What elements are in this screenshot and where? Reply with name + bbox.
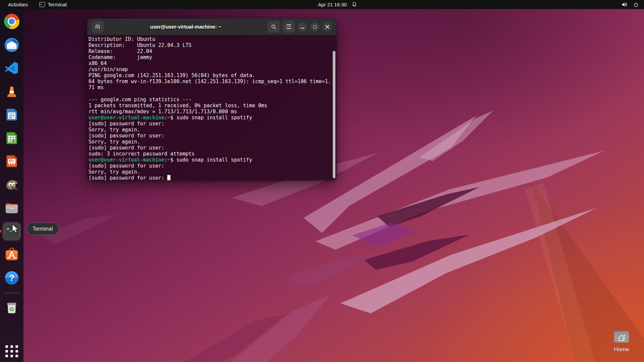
chrome-icon bbox=[4, 14, 19, 29]
terminal-line: Sorry, try again. bbox=[89, 139, 333, 145]
terminal-line: Codename: jammy bbox=[89, 54, 333, 60]
new-tab-icon bbox=[94, 23, 101, 30]
dock-item-thunderbird[interactable] bbox=[2, 36, 21, 54]
maximize-icon bbox=[313, 25, 317, 28]
files-icon bbox=[4, 200, 19, 216]
dock-item-files[interactable] bbox=[2, 198, 21, 217]
terminal-line: [sudo] password for user: bbox=[89, 133, 333, 139]
libreoffice-impress-icon bbox=[4, 154, 19, 169]
svg-text:♻: ♻ bbox=[9, 306, 14, 313]
home-folder-icon bbox=[613, 328, 630, 344]
menu-button[interactable] bbox=[283, 21, 295, 33]
terminal-line: 64 bytes from wv-in-f139.1e100.net (142.… bbox=[89, 78, 333, 84]
dock-separator bbox=[4, 293, 19, 293]
running-indicator-dot bbox=[0, 230, 1, 233]
terminal-line: Release: 22.04 bbox=[89, 48, 333, 54]
terminal-line: Description: Ubuntu 22.04.3 LTS bbox=[89, 42, 333, 48]
dock-item-calc[interactable] bbox=[2, 129, 21, 147]
dock-item-help[interactable]: ? bbox=[2, 268, 21, 287]
dock-tooltip: Terminal bbox=[26, 223, 59, 235]
terminal-line: Sorry, try again. bbox=[89, 169, 333, 175]
clock-button[interactable]: Apr 21 16:30 bbox=[318, 0, 357, 9]
terminal-line bbox=[89, 90, 333, 97]
power-icon bbox=[633, 2, 639, 7]
terminal-line: [sudo] password for user: bbox=[89, 121, 333, 127]
dock-item-vlc[interactable] bbox=[2, 82, 21, 101]
terminal-line: [sudo] password for user: █ bbox=[89, 175, 333, 180]
terminal-line: x86_64 bbox=[89, 60, 333, 66]
terminal-mini-icon: > bbox=[39, 2, 45, 7]
dock-tooltip-label: Terminal bbox=[33, 226, 53, 232]
libreoffice-calc-icon bbox=[4, 131, 19, 145]
focused-app-label: Terminal bbox=[48, 2, 67, 7]
dock-item-impress[interactable] bbox=[2, 152, 21, 171]
desktop-home-shortcut[interactable]: Home bbox=[609, 328, 634, 353]
dock-item-trash[interactable]: ♻ bbox=[2, 298, 21, 317]
search-button[interactable] bbox=[268, 21, 280, 33]
system-status-area[interactable] bbox=[622, 0, 641, 9]
activities-button[interactable]: Activities bbox=[5, 1, 31, 8]
clock-text: Apr 21 16:30 bbox=[318, 2, 347, 7]
terminal-screen[interactable]: Distributor ID: UbuntuDescription: Ubunt… bbox=[87, 35, 336, 180]
terminal-line: Distributor ID: Ubuntu bbox=[89, 36, 333, 42]
top-bar: Activities > Terminal Apr 21 16:30 bbox=[0, 0, 644, 9]
show-applications-button[interactable] bbox=[5, 345, 18, 358]
help-icon: ? bbox=[4, 270, 19, 286]
terminal-line: user@user-virtual-machine:~$ sudo snap i… bbox=[89, 115, 333, 121]
window-title: user@user-virtual-machine: ~ bbox=[104, 24, 268, 29]
minimize-button[interactable] bbox=[298, 22, 307, 32]
terminal-output: Distributor ID: UbuntuDescription: Ubunt… bbox=[89, 36, 333, 180]
terminal-line: --- google.com ping statistics --- bbox=[89, 97, 333, 103]
maximize-button[interactable] bbox=[310, 22, 320, 32]
minimize-icon bbox=[301, 28, 305, 28]
dock-item-vscode[interactable] bbox=[2, 59, 21, 77]
terminal-line: rtt min/avg/max/mdev = 1.713/1.713/1.713… bbox=[89, 109, 333, 115]
dock-item-gimp[interactable] bbox=[2, 175, 21, 194]
terminal-line: 1 packets transmitted, 1 received, 0% pa… bbox=[89, 103, 333, 109]
terminal-line: Sorry, try again. bbox=[89, 127, 333, 133]
svg-text:?: ? bbox=[9, 273, 14, 282]
terminal-titlebar[interactable]: user@user-virtual-machine: ~ bbox=[87, 18, 336, 35]
thunderbird-icon bbox=[4, 37, 19, 53]
terminal-line: [sudo] password for user: bbox=[89, 163, 333, 169]
volume-icon bbox=[622, 2, 628, 7]
terminal-line: user@user-virtual-machine:~$ sudo snap i… bbox=[89, 157, 333, 163]
terminal-line: [sudo] password for user: bbox=[89, 145, 333, 151]
dock-item-software[interactable] bbox=[2, 245, 21, 264]
terminal-line: 71 ms bbox=[89, 84, 333, 90]
notification-bell-icon bbox=[352, 2, 357, 7]
terminal-line: sudo: 3 incorrect password attempts bbox=[89, 151, 333, 157]
mouse-cursor bbox=[11, 224, 20, 234]
close-button[interactable] bbox=[323, 22, 332, 32]
search-icon bbox=[271, 24, 277, 30]
new-tab-button[interactable] bbox=[92, 21, 104, 33]
terminal-window: user@user-virtual-machine: ~ Distri bbox=[87, 18, 336, 180]
libreoffice-writer-icon bbox=[4, 107, 19, 122]
hamburger-icon bbox=[286, 24, 291, 28]
home-label: Home bbox=[609, 346, 634, 353]
dock-item-chrome[interactable] bbox=[2, 12, 21, 31]
terminal-line: /usr/bin/snap bbox=[89, 66, 333, 72]
terminal-scrollbar[interactable] bbox=[333, 51, 335, 178]
focused-app-indicator[interactable]: > Terminal bbox=[39, 2, 67, 7]
trash-icon: ♻ bbox=[4, 300, 19, 315]
dock: >_?♻ bbox=[0, 9, 23, 362]
vscode-icon bbox=[4, 61, 19, 75]
close-icon bbox=[325, 25, 329, 29]
dock-item-writer[interactable] bbox=[2, 105, 21, 124]
terminal-line: PING google.com (142.251.163.139) 56(84)… bbox=[89, 72, 333, 78]
gimp-icon bbox=[4, 177, 19, 192]
vlc-icon bbox=[4, 84, 19, 99]
ubuntu-software-icon bbox=[4, 247, 19, 262]
